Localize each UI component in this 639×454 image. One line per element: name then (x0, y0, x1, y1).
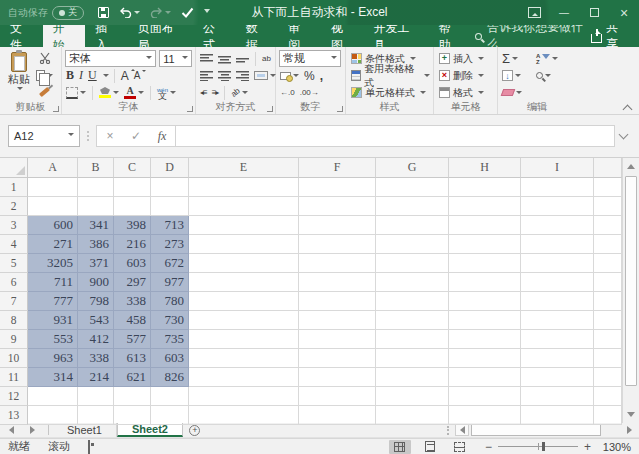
sheet-nav-prev-button[interactable] (0, 423, 22, 437)
cell-F11[interactable] (299, 368, 376, 387)
column-header-c[interactable]: C (114, 158, 151, 178)
cell-B13[interactable] (78, 406, 114, 425)
cell-E2[interactable] (189, 197, 299, 216)
cell-H4[interactable] (449, 235, 521, 254)
cell-overflow-2[interactable] (594, 197, 622, 216)
cell-F13[interactable] (299, 406, 376, 425)
cell-overflow-8[interactable] (594, 311, 622, 330)
paste-button[interactable]: 粘贴 (3, 50, 35, 101)
clear-arrow[interactable] (516, 91, 522, 97)
cell-G9[interactable] (376, 330, 449, 349)
zoom-level[interactable]: 130% (597, 441, 631, 453)
cell-A12[interactable] (28, 387, 78, 406)
cell-C3[interactable]: 398 (114, 216, 151, 235)
cell-A4[interactable]: 271 (28, 235, 78, 254)
vertical-scroll-thumb[interactable] (625, 176, 637, 386)
custom-check-button[interactable] (181, 7, 194, 18)
cell-G1[interactable] (376, 178, 449, 197)
cell-E10[interactable] (189, 349, 299, 368)
cell-C11[interactable]: 621 (114, 368, 151, 387)
row-header-2[interactable]: 2 (0, 197, 28, 216)
qat-overflow-button[interactable] (204, 9, 210, 16)
row-header-4[interactable]: 4 (0, 235, 28, 254)
name-box-arrow[interactable] (68, 133, 74, 139)
borders-arrow[interactable] (80, 91, 86, 97)
cell-I4[interactable] (521, 235, 594, 254)
cell-F4[interactable] (299, 235, 376, 254)
formula-input[interactable] (176, 125, 615, 147)
cell-H7[interactable] (449, 292, 521, 311)
cell-H11[interactable] (449, 368, 521, 387)
row-header-1[interactable]: 1 (0, 178, 28, 197)
find-select-button[interactable] (535, 68, 569, 84)
format-cells-button-arrow[interactable] (478, 91, 484, 97)
save-button[interactable] (98, 7, 109, 18)
cell-D9[interactable]: 735 (151, 330, 189, 349)
cell-I7[interactable] (521, 292, 594, 311)
cell-D13[interactable] (151, 406, 189, 425)
row-header-13[interactable]: 13 (0, 406, 28, 425)
zoom-out-button[interactable]: − (485, 441, 492, 453)
cell-E6[interactable] (189, 273, 299, 292)
cell-F7[interactable] (299, 292, 376, 311)
cell-overflow-3[interactable] (594, 216, 622, 235)
cell-D7[interactable]: 780 (151, 292, 189, 311)
row-header-9[interactable]: 9 (0, 330, 28, 349)
cell-C7[interactable]: 338 (114, 292, 151, 311)
cell-F10[interactable] (299, 349, 376, 368)
tab-home[interactable]: 开始 (43, 25, 86, 47)
cell-styles-button-arrow[interactable] (420, 91, 426, 97)
cell-D11[interactable]: 826 (151, 368, 189, 387)
row-header-8[interactable]: 8 (0, 311, 28, 330)
copy-button[interactable] (35, 67, 54, 83)
cell-B5[interactable]: 371 (78, 254, 114, 273)
format-as-table-button-arrow[interactable] (424, 74, 430, 80)
view-page-break-button[interactable] (449, 440, 471, 454)
cell-overflow-10[interactable] (594, 349, 622, 368)
maximize-button[interactable] (579, 0, 609, 25)
accounting-arrow[interactable] (293, 74, 299, 80)
format-painter-button[interactable] (35, 84, 54, 100)
tell-me-search[interactable]: 告诉我你想要做什么 (475, 25, 591, 47)
column-header-overflow[interactable] (594, 158, 622, 178)
merge-center-button[interactable] (253, 68, 277, 84)
cell-E5[interactable] (189, 254, 299, 273)
cell-B2[interactable] (78, 197, 114, 216)
horizontal-scroll-thumb[interactable] (471, 424, 601, 436)
cell-I13[interactable] (521, 406, 594, 425)
tab-page-layout[interactable]: 页面布局 (128, 25, 193, 47)
cell-C10[interactable]: 613 (114, 349, 151, 368)
insert-cells-button[interactable]: +插入 (437, 50, 494, 67)
cell-B4[interactable]: 386 (78, 235, 114, 254)
formula-expand-button[interactable] (615, 125, 631, 147)
row-header-5[interactable]: 5 (0, 254, 28, 273)
cell-F5[interactable] (299, 254, 376, 273)
horizontal-scrollbar[interactable] (447, 423, 639, 437)
cell-I10[interactable] (521, 349, 594, 368)
tab-file[interactable]: 文件 (0, 25, 43, 47)
grow-font-button[interactable]: A (120, 68, 130, 84)
cell-E11[interactable] (189, 368, 299, 387)
cell-H8[interactable] (449, 311, 521, 330)
cell-A13[interactable] (28, 406, 78, 425)
cell-H12[interactable] (449, 387, 521, 406)
cell-I2[interactable] (521, 197, 594, 216)
wrap-text-button[interactable]: ab (261, 51, 272, 67)
cell-B8[interactable]: 543 (78, 311, 114, 330)
tab-data[interactable]: 数据 (236, 25, 279, 47)
cut-button[interactable] (35, 50, 54, 66)
decrease-indent-button[interactable]: ◂≡ (199, 85, 208, 101)
column-header-a[interactable]: A (28, 158, 78, 178)
paste-dropdown-arrow[interactable] (17, 87, 23, 93)
sheet-nav-next-button[interactable] (22, 423, 44, 437)
cell-A7[interactable]: 777 (28, 292, 78, 311)
cell-I3[interactable] (521, 216, 594, 235)
fill-arrow[interactable] (515, 74, 521, 80)
select-all-corner[interactable] (0, 158, 28, 178)
decrease-decimal-button[interactable]: .00→ (299, 85, 320, 101)
new-sheet-button[interactable]: + (183, 423, 207, 437)
insert-function-button[interactable]: fx (149, 129, 175, 144)
cell-A2[interactable] (28, 197, 78, 216)
cell-F6[interactable] (299, 273, 376, 292)
formula-bar-drag-handle[interactable] (84, 131, 92, 141)
